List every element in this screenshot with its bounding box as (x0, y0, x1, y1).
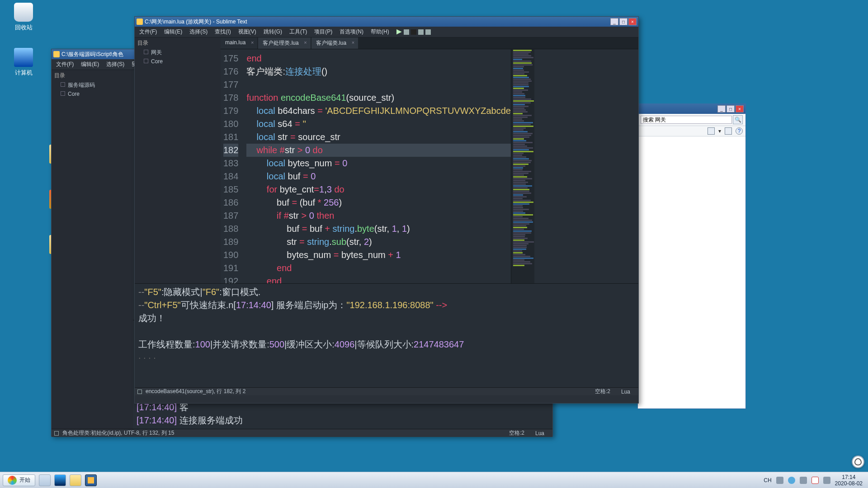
desktop-label: 回收站 (15, 24, 33, 31)
close-icon[interactable]: × (352, 40, 354, 45)
maximize-button[interactable]: □ (726, 105, 735, 113)
menu-tools[interactable]: 工具(T) (287, 28, 310, 36)
sidebar: 目录 网关 Core (135, 38, 221, 283)
tray-icon[interactable] (800, 477, 807, 484)
taskbar-folder[interactable] (70, 474, 81, 486)
pc-icon (14, 48, 33, 67)
taskbar: 开始 CH 17:14 2020-08-02 (0, 472, 868, 488)
minimap[interactable] (511, 49, 534, 283)
app-icon (137, 19, 143, 25)
status-lang[interactable]: Lua (616, 389, 636, 395)
desktop-label: 计算机 (15, 69, 33, 76)
menu-prefs[interactable]: 首选项(N) (337, 28, 366, 36)
status-spaces[interactable]: 空格:2 (590, 388, 616, 395)
build-output[interactable]: --"F5":隐藏模式|"F6":窗口模式. --"Ctrl+F5"可快速结束.… (135, 283, 638, 387)
start-button[interactable]: 开始 (3, 474, 35, 486)
ime-indicator[interactable]: CH (764, 477, 771, 483)
explorer-window[interactable]: _ □ × 🔍 ▾ ? (637, 103, 746, 409)
menu-find[interactable]: 查找(I) (212, 28, 233, 36)
user-account-icon[interactable] (852, 455, 864, 468)
taskbar-explorer[interactable] (39, 474, 51, 486)
taskbar-clock[interactable]: 17:14 2020-08-02 (835, 474, 863, 487)
line-gutter[interactable]: 1751761771781791801811821831841851861871… (221, 49, 243, 283)
menu-select[interactable]: 选择(S) (187, 28, 210, 36)
sidebar: 目录 服务端源码 Core (52, 70, 133, 429)
desktop-recycle-bin[interactable]: 回收站 (5, 3, 42, 32)
editor-window-front[interactable]: C:\网关\main.lua (游戏网关) - Sublime Text _ □… (134, 16, 639, 404)
minimize-button[interactable]: _ (610, 18, 618, 25)
menu-view[interactable]: 视图(V) (236, 28, 259, 36)
system-tray: CH 17:14 2020-08-02 (764, 474, 865, 487)
titlebar[interactable]: C:\网关\main.lua (游戏网关) - Sublime Text _ □… (135, 17, 638, 27)
close-icon[interactable]: × (251, 40, 254, 45)
menu-goto[interactable]: 跳转(G) (261, 28, 285, 36)
status-left: encodeBase641(source_str), 行 182, 列 2 (146, 388, 245, 395)
menubar: 文件(F) 编辑(E) 选择(S) 查找(I) 视图(V) 跳转(G) 工具(T… (135, 27, 638, 38)
taskbar-powershell[interactable] (54, 474, 66, 486)
view-details-icon[interactable] (725, 127, 732, 135)
bin-icon (14, 3, 33, 22)
help-icon[interactable]: ? (736, 127, 743, 135)
dropdown-icon[interactable]: ▾ (718, 128, 721, 134)
explorer-view-toolbar: ▾ ? (638, 126, 745, 136)
maximize-button[interactable]: □ (619, 18, 627, 25)
play-icon[interactable] (396, 29, 402, 35)
status-square-icon (137, 389, 142, 394)
tab-client[interactable]: 客户端类.lua× (311, 38, 358, 49)
window-title: C:\网关\main.lua (游戏网关) - Sublime Text (145, 17, 247, 27)
menu-help[interactable]: 帮助(H) (368, 28, 392, 36)
tray-volume-icon[interactable] (823, 477, 830, 484)
menu-edit[interactable]: 编辑(E) (161, 28, 185, 36)
editor-area[interactable]: main.lua× 客户处理类.lua× 客户端类.lua× 175176177… (221, 38, 638, 283)
app-icon (53, 51, 60, 57)
search-button[interactable]: 🔍 (733, 115, 743, 124)
stop-icon[interactable] (411, 29, 416, 35)
close-button[interactable]: × (628, 18, 637, 25)
close-icon[interactable]: × (304, 40, 307, 45)
tray-flag-icon[interactable] (811, 477, 819, 484)
tab-handler[interactable]: 客户处理类.lua× (258, 38, 310, 49)
desktop-computer[interactable]: 计算机 (5, 48, 42, 77)
step-icon[interactable] (425, 29, 431, 35)
tree-item[interactable]: Core (135, 57, 221, 66)
sidebar-header: 目录 (135, 38, 221, 48)
view-list-icon[interactable] (708, 127, 715, 135)
search-input[interactable] (641, 116, 732, 124)
tree-item[interactable]: Core (52, 90, 133, 98)
status-lang[interactable]: Lua (530, 430, 550, 436)
explorer-body[interactable] (638, 136, 745, 407)
tray-icon[interactable] (776, 477, 783, 484)
taskbar-sublime[interactable] (85, 474, 97, 486)
titlebar[interactable]: _ □ × (638, 104, 745, 114)
tree-item[interactable]: 网关 (135, 48, 221, 57)
tray-icon[interactable] (788, 477, 795, 484)
window-title: C:\服务端源码\Script\角色 (61, 49, 123, 59)
minimize-button[interactable]: _ (717, 105, 726, 113)
status-square-icon (54, 431, 59, 436)
explorer-searchbar: 🔍 (638, 114, 745, 126)
menu-project[interactable]: 项目(P) (311, 28, 335, 36)
statusbar: encodeBase641(source_str), 行 182, 列 2 空格… (135, 387, 638, 395)
status-spaces[interactable]: 空格:2 (504, 429, 530, 437)
tree-item[interactable]: 服务端源码 (52, 80, 133, 90)
code-content[interactable]: end客户端类:连接处理() function encodeBase641(so… (243, 49, 511, 283)
close-button[interactable]: × (736, 105, 744, 113)
menu-file[interactable]: 文件(F) (137, 28, 160, 36)
statusbar: 角色处理类:初始化(id,ip), UTF-8, 行 132, 列 15 空格:… (52, 429, 552, 437)
status-left: 角色处理类:初始化(id,ip), UTF-8, 行 132, 列 15 (62, 429, 174, 437)
menu-edit[interactable]: 编辑(E) (78, 60, 102, 69)
menu-select[interactable]: 选择(S) (104, 60, 127, 69)
sidebar-header: 目录 (52, 71, 133, 80)
debug-icon[interactable] (418, 29, 424, 35)
windows-logo-icon (8, 476, 17, 485)
pause-icon[interactable] (404, 29, 409, 35)
tab-bar: main.lua× 客户处理类.lua× 客户端类.lua× (221, 38, 638, 49)
tab-main[interactable]: main.lua× (221, 38, 257, 49)
menu-file[interactable]: 文件(F) (53, 60, 76, 69)
